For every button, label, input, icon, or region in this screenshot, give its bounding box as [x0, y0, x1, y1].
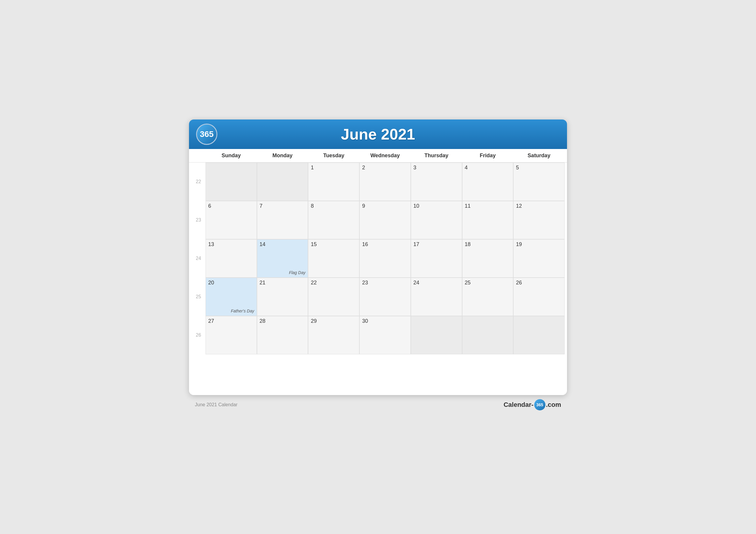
day-header-tuesday: Tuesday [308, 149, 359, 162]
day-cell-23: 23 [359, 278, 411, 316]
day-cell-6: 6 [205, 201, 257, 239]
day-number: 8 [311, 203, 357, 209]
week-number-23: 23 [191, 201, 205, 239]
day-cell-12: 12 [513, 201, 565, 239]
logo-text: 365 [200, 130, 214, 139]
day-cell-17: 17 [411, 239, 462, 278]
day-cell-14: 14Flag Day [257, 239, 308, 278]
footer-brand-suffix: .com [546, 401, 561, 409]
day-cell-24: 24 [411, 278, 462, 316]
day-number: 6 [208, 203, 254, 209]
page-wrapper: 365 June 2021 SundayMondayTuesdayWednesd… [189, 119, 567, 415]
day-header-sunday: Sunday [205, 149, 257, 162]
day-number: 26 [516, 280, 562, 286]
day-cell-13: 13 [205, 239, 257, 278]
day-cell-26: 26 [513, 278, 565, 316]
week-num-header [191, 149, 205, 162]
day-number: 3 [414, 165, 460, 171]
day-number: 24 [414, 280, 460, 286]
day-number: 19 [516, 241, 562, 247]
day-cell-empty [205, 163, 257, 201]
day-number: 10 [414, 203, 460, 209]
week-number-24: 24 [191, 239, 205, 278]
day-cell-18: 18 [462, 239, 514, 278]
day-number: 9 [362, 203, 408, 209]
day-number: 25 [465, 280, 511, 286]
day-header-wednesday: Wednesday [359, 149, 411, 162]
day-number: 15 [311, 241, 357, 247]
calendar-title: June 2021 [223, 125, 533, 143]
day-cell-21: 21 [257, 278, 308, 316]
event-label: Father's Day [231, 309, 254, 313]
day-cell-28: 28 [257, 316, 308, 354]
day-cell-empty [462, 316, 514, 354]
day-cell-7: 7 [257, 201, 308, 239]
calendar-footer: June 2021 Calendar Calendar- 365 .com [189, 395, 567, 415]
day-header-friday: Friday [462, 149, 514, 162]
day-cell-2: 2 [359, 163, 411, 201]
day-header-saturday: Saturday [513, 149, 565, 162]
day-cell-1: 1 [308, 163, 359, 201]
day-cell-10: 10 [411, 201, 462, 239]
day-number: 1 [311, 165, 357, 171]
day-cell-4: 4 [462, 163, 514, 201]
day-cell-empty [513, 316, 565, 354]
day-cell-19: 19 [513, 239, 565, 278]
day-cell-empty [257, 163, 308, 201]
week-number-22: 22 [191, 163, 205, 201]
day-cell-29: 29 [308, 316, 359, 354]
day-number: 11 [465, 203, 511, 209]
day-number: 28 [259, 318, 306, 324]
day-cell-8: 8 [308, 201, 359, 239]
day-number: 20 [208, 280, 254, 286]
day-number: 5 [516, 165, 562, 171]
day-cell-16: 16 [359, 239, 411, 278]
footer-brand: Calendar- 365 .com [503, 399, 561, 410]
day-number: 21 [259, 280, 306, 286]
day-number: 29 [311, 318, 357, 324]
day-number: 14 [259, 241, 306, 247]
day-number: 27 [208, 318, 254, 324]
logo-badge: 365 [196, 124, 217, 145]
day-cell-15: 15 [308, 239, 359, 278]
day-number: 18 [465, 241, 511, 247]
day-cell-9: 9 [359, 201, 411, 239]
day-number: 17 [414, 241, 460, 247]
day-cell-11: 11 [462, 201, 514, 239]
calendar-container: 365 June 2021 SundayMondayTuesdayWednesd… [189, 119, 567, 395]
day-cell-25: 25 [462, 278, 514, 316]
day-cell-27: 27 [205, 316, 257, 354]
day-number: 13 [208, 241, 254, 247]
day-number: 7 [259, 203, 306, 209]
footer-brand-prefix: Calendar- [503, 401, 533, 409]
day-cell-3: 3 [411, 163, 462, 201]
week-number-26: 26 [191, 316, 205, 354]
calendar-header: 365 June 2021 [189, 119, 567, 149]
day-number: 22 [311, 280, 357, 286]
day-number: 30 [362, 318, 408, 324]
calendar-grid: 2212345236789101112241314Flag Day1516171… [189, 163, 567, 395]
day-number: 12 [516, 203, 562, 209]
day-headers-row: SundayMondayTuesdayWednesdayThursdayFrid… [189, 149, 567, 163]
event-label: Flag Day [289, 270, 305, 275]
day-header-monday: Monday [257, 149, 308, 162]
footer-label: June 2021 Calendar [195, 402, 237, 407]
day-number: 16 [362, 241, 408, 247]
day-cell-20: 20Father's Day [205, 278, 257, 316]
day-number: 2 [362, 165, 408, 171]
day-cell-22: 22 [308, 278, 359, 316]
day-header-thursday: Thursday [411, 149, 462, 162]
week-number-25: 25 [191, 278, 205, 316]
footer-brand-number: 365 [534, 399, 546, 410]
day-cell-5: 5 [513, 163, 565, 201]
day-cell-empty [411, 316, 462, 354]
day-cell-30: 30 [359, 316, 411, 354]
day-number: 23 [362, 280, 408, 286]
day-number: 4 [465, 165, 511, 171]
